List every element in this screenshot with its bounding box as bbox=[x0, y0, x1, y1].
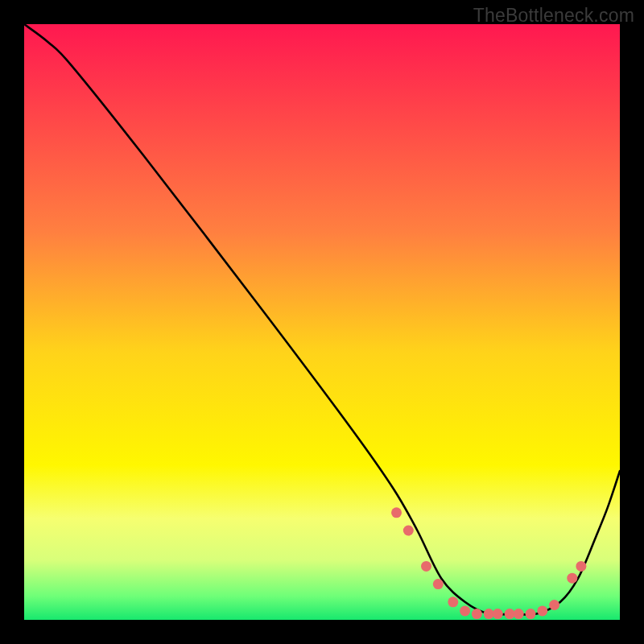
marker-dot bbox=[421, 561, 431, 572]
marker-dot bbox=[549, 600, 559, 610]
stage: TheBottleneck.com bbox=[0, 0, 644, 644]
chart-plot bbox=[24, 24, 620, 620]
chart-svg bbox=[24, 24, 620, 620]
marker-dot bbox=[433, 579, 444, 589]
gradient-background bbox=[24, 24, 620, 620]
marker-dot bbox=[493, 609, 503, 619]
marker-dot bbox=[472, 609, 482, 619]
marker-dot bbox=[484, 609, 494, 619]
marker-dot bbox=[567, 573, 577, 584]
marker-dot bbox=[514, 609, 524, 619]
marker-dot bbox=[391, 507, 402, 518]
marker-dot bbox=[460, 605, 470, 616]
marker-dot bbox=[526, 609, 536, 619]
marker-dot bbox=[505, 609, 515, 619]
marker-dot bbox=[403, 526, 414, 536]
marker-dot bbox=[576, 561, 586, 572]
marker-dot bbox=[537, 605, 547, 616]
watermark-text: TheBottleneck.com bbox=[473, 5, 634, 27]
marker-dot bbox=[448, 597, 458, 607]
